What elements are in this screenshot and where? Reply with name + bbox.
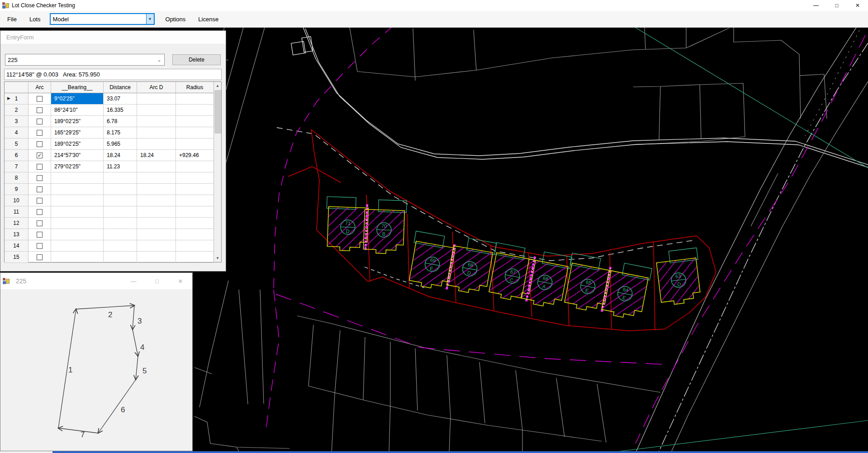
close-button[interactable]: ✕ — [169, 273, 192, 289]
radius-cell[interactable] — [176, 195, 214, 206]
row-header[interactable]: 8 — [5, 172, 28, 184]
arcd-cell[interactable]: 18.24 — [137, 150, 176, 161]
arc-checkbox[interactable] — [37, 198, 43, 204]
arc-cell[interactable] — [28, 161, 51, 172]
taskbar-edge[interactable] — [52, 451, 868, 453]
arc-cell[interactable] — [28, 172, 51, 184]
menu-file[interactable]: File — [2, 13, 22, 25]
bearing-cell[interactable]: 189°02'25" — [51, 138, 104, 150]
bearing-cell[interactable]: 9°02'25" — [51, 93, 104, 105]
entryform-titlebar[interactable]: EntryForm — [0, 31, 226, 44]
arc-cell[interactable] — [28, 218, 51, 229]
row-header[interactable]: 15 — [5, 252, 28, 263]
radius-cell[interactable] — [176, 240, 214, 252]
distance-cell[interactable]: 5.965 — [104, 138, 137, 150]
maximize-button[interactable]: □ — [826, 0, 847, 11]
radius-cell[interactable] — [176, 229, 214, 240]
distance-cell[interactable]: 11.23 — [104, 161, 137, 172]
radius-cell[interactable] — [176, 206, 214, 218]
view-selector[interactable]: Model ▼ — [50, 13, 155, 25]
column-header-rowheader[interactable] — [5, 82, 28, 93]
arc-checkbox[interactable] — [37, 209, 43, 215]
radius-cell[interactable] — [176, 93, 214, 105]
radius-cell[interactable] — [176, 218, 214, 229]
arc-cell[interactable] — [28, 195, 51, 206]
radius-cell[interactable]: +929.46 — [176, 150, 214, 161]
distance-cell[interactable]: 33.07 — [104, 93, 137, 105]
chevron-down-icon[interactable]: ▼ — [146, 14, 154, 24]
arc-checkbox[interactable] — [37, 232, 43, 238]
plot-window-titlebar[interactable]: 225 — □ ✕ — [0, 273, 192, 289]
arc-cell[interactable] — [28, 116, 51, 127]
bearing-cell[interactable]: 279°02'25" — [51, 161, 104, 172]
minimize-button[interactable]: — — [122, 273, 145, 289]
row-header[interactable]: 5 — [5, 138, 28, 150]
distance-cell[interactable] — [104, 206, 137, 218]
arcd-cell[interactable] — [137, 172, 176, 184]
arc-checkbox[interactable] — [37, 96, 43, 102]
column-header-Distance[interactable]: Distance — [104, 82, 137, 93]
bearing-cell[interactable]: 86°24'10" — [51, 105, 104, 116]
bearing-cell[interactable] — [51, 206, 104, 218]
bearing-cell[interactable] — [51, 229, 104, 240]
bearing-grid[interactable]: Arc__Bearing__DistanceArc DRadius1▶9°02'… — [4, 81, 222, 262]
arc-checkbox[interactable] — [37, 107, 43, 113]
row-header[interactable]: 11 — [5, 206, 28, 218]
arc-cell[interactable] — [28, 93, 51, 105]
minimize-button[interactable]: — — [806, 0, 826, 11]
radius-cell[interactable] — [176, 116, 214, 127]
scroll-down-icon[interactable]: ▼ — [214, 254, 221, 262]
maximize-button[interactable]: □ — [145, 273, 169, 289]
arc-cell[interactable] — [28, 229, 51, 240]
radius-cell[interactable] — [176, 172, 214, 184]
radius-cell[interactable] — [176, 161, 214, 172]
radius-cell[interactable] — [176, 127, 214, 138]
menu-options[interactable]: Options — [160, 13, 191, 25]
close-button[interactable]: ✕ — [847, 0, 868, 11]
delete-button[interactable]: Delete — [172, 54, 221, 65]
distance-cell[interactable]: 8.175 — [104, 127, 137, 138]
row-header[interactable]: 7 — [5, 161, 28, 172]
bearing-cell[interactable]: 189°02'25" — [51, 116, 104, 127]
arc-cell[interactable] — [28, 105, 51, 116]
radius-cell[interactable] — [176, 184, 214, 195]
bearing-cell[interactable] — [51, 240, 104, 252]
row-header[interactable]: 1▶ — [5, 93, 28, 105]
bearing-cell[interactable] — [51, 195, 104, 206]
bearing-cell[interactable] — [51, 172, 104, 184]
chevron-down-icon[interactable]: ⌄ — [154, 57, 164, 63]
arcd-cell[interactable] — [137, 161, 176, 172]
arcd-cell[interactable] — [137, 105, 176, 116]
column-header-Arc D[interactable]: Arc D — [137, 82, 176, 93]
column-header-__Bearing__[interactable]: __Bearing__ — [51, 82, 104, 93]
row-header[interactable]: 4 — [5, 127, 28, 138]
arc-checkbox[interactable] — [37, 130, 43, 136]
bearing-cell[interactable]: 165°29'25" — [51, 127, 104, 138]
arcd-cell[interactable] — [137, 138, 176, 150]
arc-checkbox[interactable] — [37, 119, 43, 124]
row-header[interactable]: 12 — [5, 218, 28, 229]
distance-cell[interactable] — [104, 218, 137, 229]
radius-cell[interactable] — [176, 138, 214, 150]
arcd-cell[interactable] — [137, 184, 176, 195]
row-header[interactable]: 9 — [5, 184, 28, 195]
arcd-cell[interactable] — [137, 240, 176, 252]
row-header[interactable]: 10 — [5, 195, 28, 206]
column-header-Arc[interactable]: Arc — [28, 82, 51, 93]
distance-cell[interactable] — [104, 195, 137, 206]
bearing-cell[interactable] — [51, 184, 104, 195]
radius-cell[interactable] — [176, 105, 214, 116]
arcd-cell[interactable] — [137, 218, 176, 229]
arc-checkbox[interactable] — [37, 243, 43, 249]
arc-checkbox[interactable] — [37, 164, 43, 170]
arc-cell[interactable]: ✓ — [28, 150, 51, 161]
row-header[interactable]: 13 — [5, 229, 28, 240]
radius-cell[interactable] — [176, 252, 214, 263]
distance-cell[interactable] — [104, 252, 137, 263]
menu-lots[interactable]: Lots — [24, 13, 46, 25]
arc-cell[interactable] — [28, 252, 51, 263]
bearing-cell[interactable] — [51, 252, 104, 263]
arc-cell[interactable] — [28, 127, 51, 138]
lot-selector[interactable]: 225 ⌄ — [5, 54, 165, 66]
distance-cell[interactable] — [104, 240, 137, 252]
